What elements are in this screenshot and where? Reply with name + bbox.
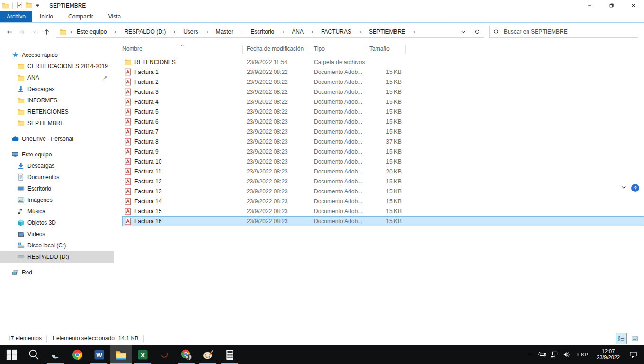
- taskbar-chrome[interactable]: [66, 345, 88, 364]
- breadcrumb-segment[interactable]: Escritorio: [247, 28, 288, 35]
- file-row-factura-13[interactable]: Factura 13 23/9/2022 08:23 Documento Ado…: [122, 186, 644, 196]
- sidebar-item-descargas[interactable]: Descargas: [0, 160, 114, 172]
- taskbar-explorer[interactable]: [110, 345, 132, 364]
- file-row-factura-6[interactable]: Factura 6 23/9/2022 08:23 Documento Adob…: [122, 117, 644, 127]
- tab-inicio[interactable]: Inicio: [32, 11, 61, 22]
- taskbar-paint[interactable]: [197, 345, 219, 364]
- breadcrumb-label[interactable]: FACTURAS: [318, 28, 355, 35]
- hidden-icons-button[interactable]: [524, 345, 536, 364]
- file-row-factura-4[interactable]: Factura 4 23/9/2022 08:22 Documento Adob…: [122, 97, 644, 107]
- breadcrumb-label[interactable]: RESPALDO (D:): [121, 28, 169, 35]
- breadcrumb-label[interactable]: Este equipo: [73, 28, 110, 35]
- sidebar-item-descargas-qa[interactable]: Descargas: [0, 83, 114, 95]
- recent-locations-button[interactable]: [28, 26, 40, 37]
- breadcrumb-label[interactable]: Users: [180, 28, 201, 35]
- column-header-fecha[interactable]: Fecha de modificación: [243, 42, 310, 56]
- sidebar-item-documentos[interactable]: Documentos: [0, 172, 114, 183]
- properties-button[interactable]: [16, 1, 23, 10]
- file-row-factura-16[interactable]: Factura 16 23/9/2022 08:23 Documento Ado…: [122, 216, 644, 226]
- search-box[interactable]: [489, 26, 638, 38]
- sidebar-item-este-equipo[interactable]: Este equipo: [0, 149, 114, 160]
- forward-button[interactable]: [16, 26, 27, 37]
- minimize-button[interactable]: [579, 0, 600, 11]
- chevron-right-icon[interactable]: [202, 30, 213, 34]
- network-tray-button[interactable]: [548, 345, 561, 364]
- breadcrumb-label[interactable]: ANA: [288, 28, 307, 35]
- tab-vista[interactable]: Vista: [101, 11, 128, 22]
- sidebar-item-septiembre[interactable]: SEPTIEMBRE: [0, 118, 114, 129]
- file-row-factura-11[interactable]: Factura 11 23/9/2022 08:23 Documento Ado…: [122, 166, 644, 176]
- taskbar-clock[interactable]: 12:07 23/9/2022: [592, 348, 624, 361]
- cast-tray-button[interactable]: [536, 345, 548, 364]
- sidebar-item-disco-c[interactable]: Disco local (C:): [0, 240, 114, 251]
- customize-quick-access-button[interactable]: [34, 1, 41, 10]
- chevron-right-icon[interactable]: [236, 30, 247, 34]
- file-row-factura-14[interactable]: Factura 14 23/9/2022 08:23 Documento Ado…: [122, 196, 644, 206]
- file-row-factura-8[interactable]: Factura 8 23/9/2022 08:23 Documento Adob…: [122, 136, 644, 146]
- chevron-right-icon[interactable]: [277, 30, 288, 34]
- breadcrumb-segment[interactable]: Este equipo: [73, 28, 121, 35]
- file-row-factura-5[interactable]: Factura 5 23/9/2022 08:22 Documento Adob…: [122, 107, 644, 117]
- sidebar-item-red[interactable]: Red: [0, 267, 114, 278]
- new-folder-button[interactable]: [25, 1, 32, 10]
- chevron-right-icon[interactable]: [409, 30, 420, 34]
- taskbar-firefox[interactable]: [153, 345, 175, 364]
- taskbar-edge[interactable]: [45, 345, 66, 364]
- file-row-factura-12[interactable]: Factura 12 23/9/2022 08:23 Documento Ado…: [122, 176, 644, 186]
- column-header-tipo[interactable]: Tipo: [310, 42, 367, 56]
- language-indicator[interactable]: ESP: [573, 352, 592, 357]
- sidebar-item-respaldo-d[interactable]: RESPALDO (D:): [0, 251, 114, 263]
- taskbar-excel[interactable]: [132, 345, 153, 364]
- breadcrumb-label[interactable]: Master: [213, 28, 237, 35]
- sidebar-item-certificaciones[interactable]: CERTIFICACIONES 2014-2019: [0, 61, 114, 72]
- sidebar-item-acceso-rapido[interactable]: Acceso rápido: [0, 49, 114, 61]
- column-header-tamano[interactable]: Tamaño: [367, 42, 406, 56]
- sidebar-item-onedrive[interactable]: OneDrive - Personal: [0, 133, 114, 145]
- back-button[interactable]: [4, 26, 15, 37]
- taskbar-word[interactable]: [88, 345, 110, 364]
- sidebar-item-musica[interactable]: Música: [0, 206, 114, 217]
- tab-archivo[interactable]: Archivo: [0, 11, 32, 22]
- refresh-button[interactable]: [470, 26, 484, 37]
- address-bar[interactable]: Este equipo RESPALDO (D:) Users: [56, 26, 484, 38]
- taskbar-calculator[interactable]: [219, 345, 241, 364]
- breadcrumb-segment[interactable]: Users: [180, 28, 212, 35]
- file-row-retenciones[interactable]: RETENCIONES 23/9/2022 11:54 Carpeta de a…: [122, 57, 644, 67]
- tab-compartir[interactable]: Compartir: [61, 11, 101, 22]
- file-row-factura-15[interactable]: Factura 15 23/9/2022 08:23 Documento Ado…: [122, 206, 644, 216]
- close-button[interactable]: [622, 0, 644, 11]
- restore-button[interactable]: [600, 0, 622, 11]
- sidebar-item-imagenes[interactable]: Imágenes: [0, 194, 114, 206]
- sidebar-item-ana[interactable]: ANA: [0, 72, 114, 83]
- file-row-factura-9[interactable]: Factura 9 23/9/2022 08:23 Documento Adob…: [122, 146, 644, 156]
- sidebar-item-objetos-3d[interactable]: Objetos 3D: [0, 217, 114, 228]
- address-dropdown-button[interactable]: [456, 26, 470, 37]
- file-row-factura-3[interactable]: Factura 3 23/9/2022 08:22 Documento Adob…: [122, 87, 644, 97]
- file-row-factura-7[interactable]: Factura 7 23/9/2022 08:23 Documento Adob…: [122, 127, 644, 136]
- chevron-right-icon[interactable]: [110, 30, 121, 34]
- chevron-right-icon[interactable]: [307, 30, 318, 34]
- breadcrumb-label[interactable]: SEPTIEMBRE: [366, 28, 409, 35]
- file-row-factura-10[interactable]: Factura 10 23/9/2022 08:23 Documento Ado…: [122, 156, 644, 166]
- breadcrumb-segment[interactable]: SEPTIEMBRE: [366, 28, 420, 35]
- sidebar-item-escritorio[interactable]: Escritorio: [0, 183, 114, 194]
- column-header-nombre[interactable]: Nombre: [122, 42, 243, 56]
- breadcrumb-segment[interactable]: ANA: [288, 28, 318, 35]
- sidebar-item-retenciones[interactable]: RETENCIONES: [0, 106, 114, 118]
- file-row-factura-1[interactable]: Factura 1 23/9/2022 08:22 Documento Adob…: [122, 67, 644, 77]
- search-input[interactable]: [504, 28, 634, 35]
- taskbar-start[interactable]: [0, 345, 23, 364]
- file-row-factura-2[interactable]: Factura 2 23/9/2022 08:22 Documento Adob…: [122, 77, 644, 87]
- volume-tray-button[interactable]: [561, 345, 573, 364]
- sidebar-item-informes[interactable]: INFORMES: [0, 95, 114, 106]
- taskbar-search[interactable]: [23, 345, 45, 364]
- breadcrumb-segment[interactable]: FACTURAS: [318, 28, 366, 35]
- breadcrumb-segment[interactable]: RESPALDO (D:): [121, 28, 180, 35]
- chevron-right-icon[interactable]: [69, 30, 73, 34]
- chevron-right-icon[interactable]: [169, 30, 180, 34]
- taskbar-chrome-badged[interactable]: [175, 345, 197, 364]
- up-button[interactable]: [41, 26, 52, 37]
- breadcrumb-segment[interactable]: Master: [213, 28, 248, 35]
- sidebar-item-videos[interactable]: Vídeos: [0, 228, 114, 240]
- chevron-right-icon[interactable]: [355, 30, 366, 34]
